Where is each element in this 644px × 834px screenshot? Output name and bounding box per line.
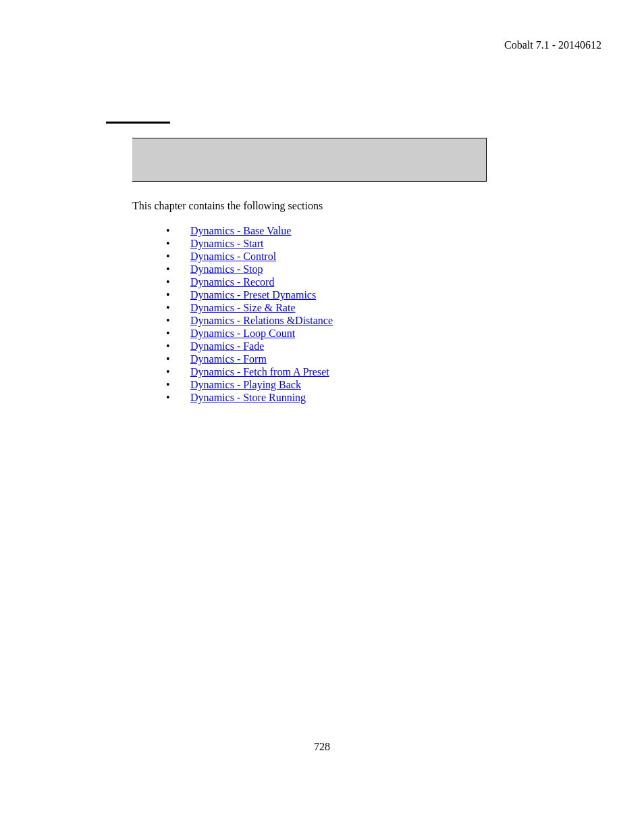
section-link[interactable]: Dynamics - Start [190,238,263,249]
page-number: 728 [0,741,644,753]
section-link[interactable]: Dynamics - Record [190,276,274,288]
section-link[interactable]: Dynamics - Loop Count [190,328,295,339]
section-link[interactable]: Dynamics - Form [190,353,267,365]
list-item: Dynamics - Playing Back [158,378,333,391]
list-item: Dynamics - Relations &Distance [158,314,333,327]
section-link[interactable]: Dynamics - Size & Rate [190,302,296,313]
list-item: Dynamics - Store Running [158,391,333,404]
section-link[interactable]: Dynamics - Stop [190,263,263,275]
list-item: Dynamics - Preset Dynamics [158,288,333,301]
list-item: Dynamics - Fade [158,340,333,353]
section-link[interactable]: Dynamics - Store Running [190,392,306,403]
section-link[interactable]: Dynamics - Fetch from A Preset [190,366,329,377]
section-link[interactable]: Dynamics - Preset Dynamics [190,289,316,301]
list-item: Dynamics - Control [158,250,333,263]
list-item: Dynamics - Stop [158,263,333,276]
section-link[interactable]: Dynamics - Fade [190,340,264,352]
section-link[interactable]: Dynamics - Playing Back [190,379,301,390]
image-placeholder-box [132,138,487,182]
section-link[interactable]: Dynamics - Control [190,251,276,262]
horizontal-rule [106,122,170,124]
list-item: Dynamics - Loop Count [158,327,333,340]
list-item: Dynamics - Start [158,237,333,250]
list-item: Dynamics - Base Value [158,224,333,237]
list-item: Dynamics - Size & Rate [158,301,333,314]
section-link[interactable]: Dynamics - Base Value [190,225,291,236]
list-item: Dynamics - Record [158,276,333,288]
section-link[interactable]: Dynamics - Relations &Distance [190,315,333,326]
section-link-list: Dynamics - Base Value Dynamics - Start D… [158,224,333,404]
list-item: Dynamics - Fetch from A Preset [158,365,333,378]
list-item: Dynamics - Form [158,353,333,365]
chapter-intro-text: This chapter contains the following sect… [132,200,323,212]
header-text: Cobalt 7.1 - 20140612 [504,39,601,51]
